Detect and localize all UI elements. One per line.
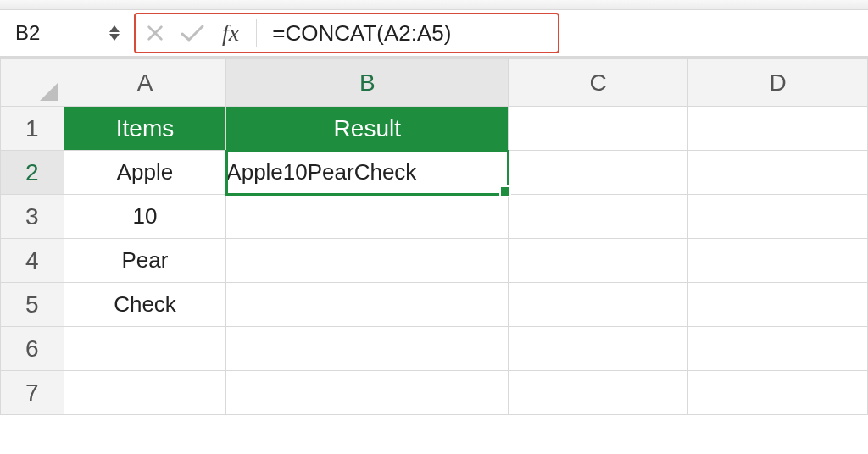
col-header-B[interactable]: B [226,59,509,107]
cell-B6[interactable] [226,327,509,371]
svg-marker-0 [109,25,120,32]
cell-A4[interactable]: Pear [64,239,226,283]
cell-C4[interactable] [509,239,688,283]
divider [256,19,257,47]
cell-A7[interactable] [64,371,226,415]
cell-D4[interactable] [688,239,868,283]
formula-bar-controls: fx [134,13,559,53]
close-icon [146,24,164,42]
formula-input[interactable] [272,20,548,47]
row-header-7[interactable]: 7 [1,371,64,415]
cell-C7[interactable] [509,371,688,415]
col-header-A[interactable]: A [64,59,226,107]
cell-D7[interactable] [688,371,868,415]
cell-A5[interactable]: Check [64,283,226,327]
formula-bar: B2 fx [0,10,868,58]
cell-C6[interactable] [509,327,688,371]
cell-D2[interactable] [688,151,868,195]
cell-B7[interactable] [226,371,509,415]
row-header-5[interactable]: 5 [1,283,64,327]
row-header-2[interactable]: 2 [1,151,64,195]
check-icon [180,23,205,43]
cell-C2[interactable] [509,151,688,195]
cancel-button[interactable] [146,24,164,42]
select-all-corner[interactable] [1,59,64,107]
cell-B3[interactable] [226,195,509,239]
cell-A1[interactable]: Items [64,107,226,151]
chevron-down-icon [108,33,120,42]
chevron-up-icon [108,25,120,33]
col-header-D[interactable]: D [688,59,868,107]
fx-label[interactable]: fx [220,19,241,47]
cell-D3[interactable] [688,195,868,239]
cell-B2[interactable]: Apple10PearCheck [226,151,509,195]
name-box-value: B2 [15,21,40,45]
row-header-4[interactable]: 4 [1,239,64,283]
name-box[interactable]: B2 [7,16,134,50]
cell-B4[interactable] [226,239,509,283]
cell-A3[interactable]: 10 [64,195,226,239]
row-header-3[interactable]: 3 [1,195,64,239]
spreadsheet-grid[interactable]: A B C D 1 Items Result 2 Apple Apple10Pe… [0,58,868,415]
name-box-stepper[interactable] [108,25,120,42]
col-header-C[interactable]: C [509,59,688,107]
cell-A2[interactable]: Apple [64,151,226,195]
cell-A6[interactable] [64,327,226,371]
cell-C3[interactable] [509,195,688,239]
cell-D6[interactable] [688,327,868,371]
cell-C1[interactable] [509,107,688,151]
cell-B5[interactable] [226,283,509,327]
row-header-6[interactable]: 6 [1,327,64,371]
cell-C5[interactable] [509,283,688,327]
row-header-1[interactable]: 1 [1,107,64,151]
cell-D5[interactable] [688,283,868,327]
title-bar-stub [0,0,868,10]
cell-D1[interactable] [688,107,868,151]
confirm-button[interactable] [180,23,205,43]
cell-B1[interactable]: Result [226,107,509,151]
svg-marker-1 [109,34,120,41]
